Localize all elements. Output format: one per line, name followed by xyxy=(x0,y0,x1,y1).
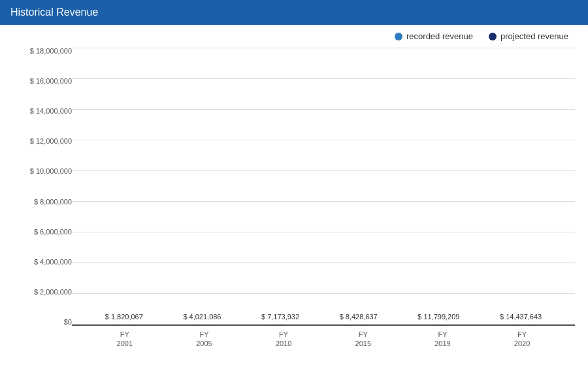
grid-and-bars: $ 1,820,067$ 4,021,086$ 7,173,932$ 8,428… xyxy=(72,48,575,325)
bar-value-label: $ 14,437,643 xyxy=(500,313,542,321)
legend-recorded: recorded revenue xyxy=(395,31,473,41)
bar-group: $ 14,437,643 xyxy=(500,313,542,325)
x-axis-label: FY2001 xyxy=(117,330,133,349)
recorded-label: recorded revenue xyxy=(406,31,473,41)
x-axis: FY2001FY2005FY2010FY2015FY2019FY2020 xyxy=(72,326,575,352)
y-axis-label: $ 12,000,000 xyxy=(13,138,72,145)
recorded-dot xyxy=(395,33,402,40)
y-axis-label: $ 18,000,000 xyxy=(13,48,72,55)
bar-value-label: $ 4,021,086 xyxy=(183,313,221,321)
bar-group: $ 7,173,932 xyxy=(261,313,299,325)
projected-label: projected revenue xyxy=(500,31,568,41)
page-title: Historical Revenue xyxy=(10,7,98,18)
chart-container: recorded revenue projected revenue $0$ 2… xyxy=(0,25,588,365)
y-axis-label: $ 6,000,000 xyxy=(13,229,72,236)
legend-projected: projected revenue xyxy=(489,31,568,41)
y-axis-label: $0 xyxy=(13,319,72,326)
bar-value-label: $ 11,799,209 xyxy=(417,313,459,321)
x-axis-label: FY2015 xyxy=(355,330,371,349)
x-axis-label: FY2020 xyxy=(514,330,530,349)
x-axis-label: FY2019 xyxy=(434,330,450,349)
bar-value-label: $ 1,820,067 xyxy=(105,313,143,321)
bar-group: $ 11,799,209 xyxy=(417,313,459,325)
x-axis-label: FY2010 xyxy=(276,330,291,349)
x-axis-label: FY2005 xyxy=(196,330,212,349)
header: Historical Revenue xyxy=(0,0,588,25)
y-axis-label: $ 4,000,000 xyxy=(13,259,72,266)
y-axis-label: $ 8,000,000 xyxy=(13,198,72,206)
bar-group: $ 8,428,637 xyxy=(340,313,378,325)
bars-row: $ 1,820,067$ 4,021,086$ 7,173,932$ 8,428… xyxy=(72,48,575,325)
y-axis: $0$ 2,000,000$ 4,000,000$ 6,000,000$ 8,0… xyxy=(13,48,72,352)
y-axis-label: $ 14,000,000 xyxy=(13,108,72,115)
bar-group: $ 4,021,086 xyxy=(183,313,221,325)
projected-dot xyxy=(489,33,497,40)
chart-area: $0$ 2,000,000$ 4,000,000$ 6,000,000$ 8,0… xyxy=(13,48,575,352)
bar-value-label: $ 7,173,932 xyxy=(261,313,299,321)
y-axis-label: $ 16,000,000 xyxy=(13,78,72,85)
legend: recorded revenue projected revenue xyxy=(13,31,575,41)
chart-inner: $ 1,820,067$ 4,021,086$ 7,173,932$ 8,428… xyxy=(72,48,575,352)
bar-group: $ 1,820,067 xyxy=(105,313,143,325)
y-axis-label: $ 10,000,000 xyxy=(13,168,72,175)
y-axis-label: $ 2,000,000 xyxy=(13,289,72,296)
bar-value-label: $ 8,428,637 xyxy=(340,313,378,321)
